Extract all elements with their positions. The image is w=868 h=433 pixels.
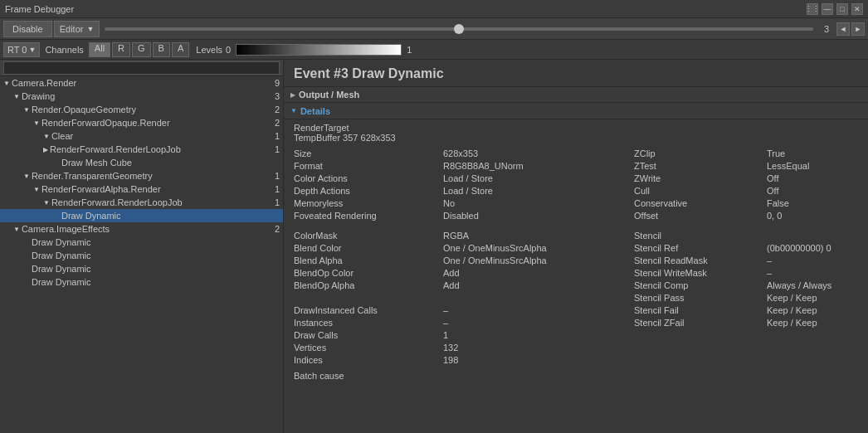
nav-next-button[interactable]: ►	[851, 22, 865, 36]
tree-item[interactable]: Draw Dynamic	[0, 209, 283, 222]
expand-icon: ▼	[43, 199, 50, 207]
detail-cell: Size	[294, 148, 443, 159]
tree-item-label: RenderForwardOpaque.Render	[41, 118, 266, 128]
tree-item-label: Render.OpaqueGeometry	[32, 105, 266, 114]
tree-item-count: 2	[266, 105, 280, 114]
tree-item-label: Clear	[51, 131, 266, 141]
detail-cell: Keep / Keep	[767, 317, 858, 328]
title-bar-close-btn[interactable]: ✕	[851, 3, 863, 15]
detail-cell: 132	[443, 342, 634, 353]
channel-a-btn[interactable]: A	[172, 42, 189, 57]
detail-cell: DrawInstanced Calls	[294, 304, 443, 316]
expand-icon: ▼	[23, 173, 30, 180]
detail-cell: BlendOp Color	[294, 267, 443, 279]
tree-item-count: 1	[266, 184, 280, 194]
detail-cell: ZWrite	[634, 173, 767, 184]
tree-item-label: Draw Dynamic	[32, 251, 280, 260]
disable-button[interactable]: Disable	[3, 21, 52, 37]
detail-cell: Format	[294, 160, 443, 172]
detail-cell: –	[767, 267, 858, 279]
detail-cell	[294, 292, 443, 304]
frame-scrubber[interactable]	[105, 27, 813, 31]
detail-cell: 1	[443, 329, 634, 341]
expand-icon: ▼	[43, 133, 50, 140]
detail-cell: 198	[443, 354, 634, 366]
detail-cell: Load / Store	[443, 173, 634, 184]
detail-cell: One / OneMinusSrcAlpha	[443, 255, 634, 266]
channels-bar: RT 0 ▼ Channels All R G B A Levels 0 1	[0, 40, 868, 60]
search-input[interactable]	[3, 61, 280, 75]
scrubber-thumb[interactable]	[454, 24, 464, 34]
detail-cell: R8G8B8A8_UNorm	[443, 160, 634, 172]
channel-b-btn[interactable]: B	[153, 42, 170, 57]
tree-item[interactable]: Draw Mesh Cube	[0, 156, 283, 169]
tree-item[interactable]: ▼Camera.Render9	[0, 76, 283, 90]
title-bar-minimize-btn[interactable]: —	[822, 3, 833, 15]
tree-item[interactable]: ▼RenderForwardOpaque.Render2	[0, 116, 283, 129]
levels-bar-fill	[237, 45, 401, 55]
detail-cell	[443, 292, 634, 304]
detail-cell: Always / Always	[767, 280, 858, 291]
detail-cell	[634, 354, 767, 366]
temp-buffer-label: TempBuffer 357 628x353	[294, 133, 858, 143]
detail-cell: 0, 0	[767, 210, 858, 221]
detail-cell: Cull	[634, 185, 767, 197]
detail-cell	[767, 329, 858, 341]
editor-dropdown[interactable]: Editor ▼	[54, 21, 100, 37]
detail-cell: Conservative	[634, 197, 767, 209]
scrubber-track[interactable]	[105, 27, 813, 31]
channel-g-btn[interactable]: G	[132, 42, 151, 57]
detail-cell: False	[767, 197, 858, 209]
detail-cell: Blend Color	[294, 242, 443, 254]
output-mesh-section-header[interactable]: ▶ Output / Mesh	[284, 86, 868, 103]
tree-item[interactable]: ▼Render.OpaqueGeometry2	[0, 103, 283, 116]
detail-cell: –	[767, 255, 858, 266]
title-bar-maximize-btn[interactable]: □	[836, 3, 848, 15]
detail-cell: Stencil WriteMask	[634, 267, 767, 279]
tree-item[interactable]: Draw Dynamic	[0, 249, 283, 262]
expand-icon: ▼	[13, 226, 20, 233]
detail-cell: One / OneMinusSrcAlpha	[443, 242, 634, 254]
tree-item[interactable]: ▼RenderForward.RenderLoopJob1	[0, 196, 283, 209]
tree-item[interactable]: ▶RenderForward.RenderLoopJob1	[0, 143, 283, 156]
detail-cell: Stencil ZFail	[634, 317, 767, 328]
tree-item[interactable]: ▼RenderForwardAlpha.Render1	[0, 182, 283, 196]
tree-item[interactable]: Draw Dynamic	[0, 275, 283, 289]
channel-all-btn[interactable]: All	[89, 42, 110, 57]
title-bar-menu-btn[interactable]: ⋮⋮	[807, 3, 818, 15]
levels-label: Levels	[196, 45, 222, 55]
detail-cell: Stencil Fail	[634, 304, 767, 316]
channels-label: Channels	[45, 45, 83, 55]
detail-cell: ColorMask	[294, 230, 443, 241]
detail-cell: –	[443, 304, 634, 316]
render-target-label: RenderTarget	[294, 123, 858, 133]
tree-item[interactable]: ▼Camera.ImageEffects2	[0, 222, 283, 236]
tree-item[interactable]: Draw Dynamic	[0, 262, 283, 275]
main-layout: ▼Camera.Render9▼Drawing3▼Render.OpaqueGe…	[0, 60, 868, 433]
details-section-header[interactable]: ▼ Details	[284, 103, 868, 119]
tree-item-label: Camera.ImageEffects	[22, 224, 266, 234]
detail-cell: Blend Alpha	[294, 255, 443, 266]
detail-cell: Disabled	[443, 210, 634, 221]
tree-item-count: 1	[266, 197, 280, 207]
detail-cell: Depth Actions	[294, 185, 443, 197]
detail-cell: Foveated Rendering	[294, 210, 443, 221]
detail-cell: ZTest	[634, 160, 767, 172]
tree-item[interactable]: ▼Drawing3	[0, 90, 283, 103]
rt-dropdown[interactable]: RT 0 ▼	[3, 42, 40, 57]
tree-item[interactable]: ▼Render.TransparentGeometry1	[0, 169, 283, 182]
frame-number: 3	[818, 24, 835, 34]
nav-prev-button[interactable]: ◄	[836, 22, 850, 36]
tree-item[interactable]: Draw Dynamic	[0, 236, 283, 249]
expand-icon: ▼	[3, 80, 10, 87]
search-bar	[0, 60, 283, 76]
detail-cell: Offset	[634, 210, 767, 221]
levels-bar[interactable]	[236, 44, 402, 56]
tree-item[interactable]: ▼Clear1	[0, 129, 283, 143]
detail-cell: Add	[443, 280, 634, 291]
expand-icon: ▶	[43, 146, 48, 153]
expand-icon: ▼	[33, 119, 40, 127]
tree-item-label: Camera.Render	[12, 78, 266, 88]
channel-r-btn[interactable]: R	[112, 42, 130, 57]
tree-item-count: 2	[266, 224, 280, 234]
